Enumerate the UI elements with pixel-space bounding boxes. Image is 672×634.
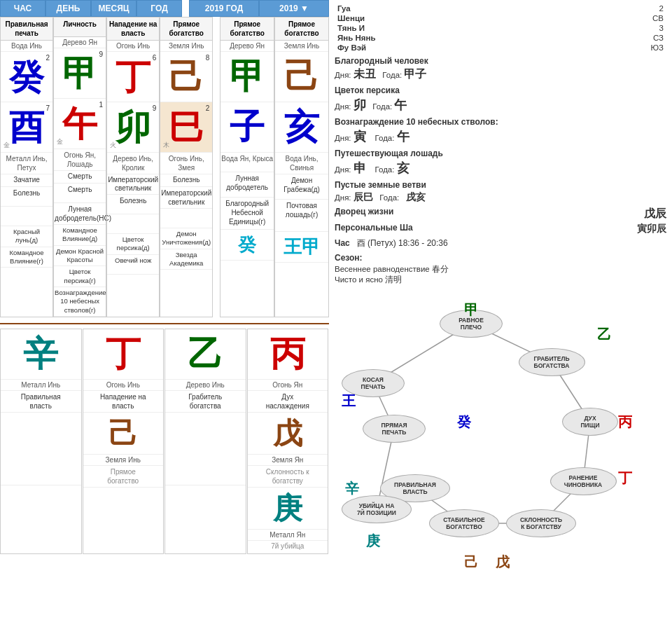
palace-row: Дворец жизни 戊辰 bbox=[335, 207, 666, 221]
bottom-pillar-0: 辛Металл ИньПравильная власть bbox=[0, 329, 82, 554]
pillar-char-bottom-3: 巳木2 bbox=[160, 102, 212, 153]
bottom-pillar-3: 丙Огонь ЯнДух наслаждения戊Земля ЯнСклонно… bbox=[247, 329, 329, 554]
header-year: ГОД bbox=[136, 0, 182, 17]
yearly-col-0: Прямое богатствоДерево Ян甲子Вода Ян, Крыс… bbox=[220, 17, 274, 317]
pillar-char-top-2: 丁6 bbox=[107, 52, 159, 102]
cycle-node-дух_пищи: ДУХ ПИЩИ bbox=[562, 408, 618, 436]
pillar-char-bottom-2: 卯火9 bbox=[107, 102, 159, 153]
pillar-label-1: Личность bbox=[54, 18, 106, 37]
pillar-col-3: Прямое богатствоЗемля Инь己8巳木2Огонь Инь,… bbox=[160, 17, 213, 317]
header-month: МЕСЯЦ bbox=[91, 0, 136, 17]
section-line: Дня: 辰巳 Года: 戌亥 bbox=[335, 191, 666, 204]
info-label: Янь Нянь bbox=[335, 33, 568, 43]
info-value: ЮЗ bbox=[568, 43, 666, 53]
cycle-char-王: 王 bbox=[342, 392, 356, 411]
cycle-char-甲: 甲 bbox=[464, 301, 478, 319]
bottom-char-0: 辛 bbox=[23, 331, 58, 378]
cycle-node-убийца: УБИЙЦА НА 7Й ПОЗИЦИИ bbox=[342, 495, 412, 523]
header-day: ДЕНЬ bbox=[46, 0, 91, 17]
pillar-tag2-0: Болезнь bbox=[1, 187, 52, 207]
pillar-col-1: ЛичностьДерево Ян甲9午金1Огонь Ян, ЛошадьСм… bbox=[53, 17, 106, 317]
pillar-tag1-0: Зачатие bbox=[1, 174, 52, 187]
pillar-tag2-3: Императорский светильник bbox=[160, 187, 212, 209]
header-year2019: 2019 ГОД bbox=[189, 0, 259, 17]
pillar-tag1-3: Болезнь bbox=[160, 174, 212, 187]
pillar-extra-1: Лунная добродетель(НС) bbox=[54, 203, 106, 225]
section-line: Дня: 卯 Года: 午 bbox=[335, 97, 666, 113]
cycle-node-прямая: ПРЯМАЯ ПЕЧАТЬ bbox=[363, 415, 426, 443]
pillar-char-bottom-0: 酉金7 bbox=[1, 102, 52, 153]
cycle-char-戊: 戊 bbox=[496, 553, 510, 572]
bottom-char-1: 丁 bbox=[106, 331, 141, 378]
cycle-node-стабильное: СТАБИЛЬНОЕ БОГАТСТВО bbox=[429, 509, 499, 537]
pillar-char-bottom-1: 午金1 bbox=[54, 99, 106, 149]
pillar-special-0-0: Красный лунь(д) bbox=[1, 226, 52, 247]
pillar-tag1-1: Смерть bbox=[54, 171, 106, 184]
pillar-label-3: Прямое богатство bbox=[160, 18, 212, 41]
pillar-char-top-3: 己8 bbox=[160, 52, 212, 102]
hour-row: Час 酉 (Петух) 18:36 - 20:36 bbox=[335, 237, 666, 249]
pillar-special-1-0: Командное Влияние(д) bbox=[54, 225, 106, 246]
cycle-char-丙: 丙 bbox=[618, 413, 632, 432]
info-label: Гуа bbox=[335, 4, 568, 13]
info-label: Шенци bbox=[335, 13, 568, 23]
pillar-element-top-3: Земля Инь bbox=[160, 41, 212, 52]
section-header: Путешествующая лошадь bbox=[335, 149, 666, 158]
info-label: Тянь И bbox=[335, 23, 568, 33]
pillar-element-top-0: Вода Инь bbox=[1, 41, 52, 52]
cycle-node-ранение: РАНЕНИЕ ЧИНОВНИКА bbox=[550, 467, 617, 495]
info-value: 2 bbox=[568, 4, 666, 13]
cycle-char-乙: 乙 bbox=[597, 325, 611, 344]
info-value: СЗ bbox=[568, 33, 666, 43]
pillar-special-1-1: Демон Красной Красоты bbox=[54, 246, 106, 267]
info-value: СВ bbox=[568, 13, 666, 23]
pillar-tag2-2: Болезнь bbox=[107, 195, 159, 214]
pillar-col-2: Нападение на властьОгонь Инь丁6卯火9Дерево … bbox=[106, 17, 160, 317]
pillar-animal-0: Металл Инь, Петух bbox=[1, 153, 52, 174]
pillar-char-top-1: 甲9 bbox=[54, 48, 106, 99]
section-header: Благородный человек bbox=[335, 56, 666, 66]
cycle-node-грабитель: ГРАБИТЕЛЬ БОГАТСТВА bbox=[519, 348, 585, 376]
cycle-char-辛: 辛 bbox=[345, 479, 359, 498]
bottom-char-3: 丙 bbox=[270, 331, 305, 378]
pillar-element-top-1: Дерево Ян bbox=[54, 37, 106, 48]
pillar-char-top-0: 癸2 bbox=[1, 52, 52, 102]
info-label: Фу Вэй bbox=[335, 43, 568, 53]
pillar-animal-1: Огонь Ян, Лошадь bbox=[54, 149, 106, 171]
section-header: Вознаграждение 10 небесных стволов: bbox=[335, 117, 666, 127]
pillar-element-top-2: Огонь Инь bbox=[107, 41, 159, 52]
pillar-special-0-1: Командное Влияние(г) bbox=[1, 247, 52, 268]
yearly-label-1: Прямое богатство bbox=[275, 18, 328, 41]
pillar-label-0: Правильная печать bbox=[1, 18, 52, 41]
cycle-char-癸: 癸 bbox=[457, 413, 471, 432]
yearly-label-0: Прямое богатство bbox=[220, 18, 274, 41]
section-header: Пустые земные ветви bbox=[335, 180, 666, 190]
pillar-animal-3: Огонь Инь, Змея bbox=[160, 153, 212, 174]
bottom-pillar-1: 丁Огонь ИньНападение на власть己Земля ИньП… bbox=[83, 329, 164, 554]
section-header: Цветок персика bbox=[335, 85, 666, 95]
pillar-tag1-2: Императорский светильник bbox=[107, 174, 159, 195]
pillar-col-0: Правильная печатьВода Инь癸2酉金7Металл Инь… bbox=[0, 17, 53, 317]
pillar-special-1-2: Цветок персика(г) bbox=[54, 266, 106, 287]
pillar-label-2: Нападение на власть bbox=[107, 18, 159, 41]
cycle-char-丁: 丁 bbox=[618, 469, 632, 488]
pillar-special-2-1: Овечий нож bbox=[107, 255, 159, 275]
cycle-char-庚: 庚 bbox=[366, 532, 380, 551]
pillar-special-2-0: Цветок персика(д) bbox=[107, 234, 159, 255]
header-hour: ЧАС bbox=[0, 0, 46, 17]
yearly-col-1: Прямое богатствоЗемля Инь己亥Вода Инь, Сви… bbox=[274, 17, 329, 317]
pillar-special-3-0: Демон Уничтожения(д) bbox=[160, 228, 212, 249]
cycle-char-己: 己 bbox=[464, 553, 478, 572]
section-line: Дня: 寅 Года: 午 bbox=[335, 128, 666, 145]
bottom-pillar-2: 乙Дерево ИньГрабитель богатства bbox=[164, 329, 246, 554]
pillar-special-3-1: Звезда Академика bbox=[160, 249, 212, 270]
info-value: 3 bbox=[568, 23, 666, 33]
pillar-tag2-1: Смерть bbox=[54, 184, 106, 203]
sha-row: Персональные Ша 寅卯辰 bbox=[335, 223, 666, 235]
bottom-char-2: 乙 bbox=[188, 331, 223, 378]
header-year-dropdown[interactable]: 2019 ▼ bbox=[259, 0, 329, 17]
pillar-animal-2: Дерево Инь, Кролик bbox=[107, 153, 159, 174]
pillar-special-1-3: Вознаграждение 10 небесных стволов(г) bbox=[54, 287, 106, 317]
section-line: Дня: 申 Года: 亥 bbox=[335, 160, 666, 177]
section-line: Дня: 未丑 Года: 甲子 bbox=[335, 67, 666, 82]
